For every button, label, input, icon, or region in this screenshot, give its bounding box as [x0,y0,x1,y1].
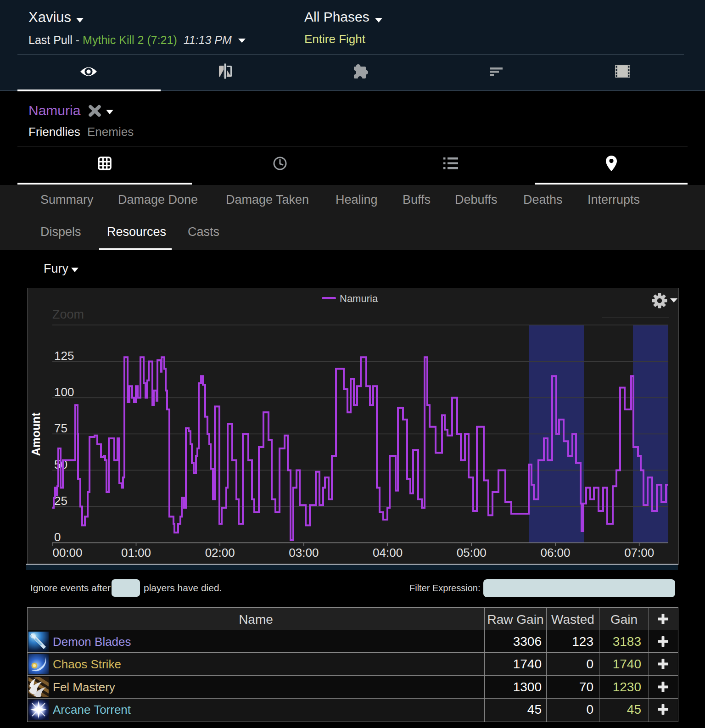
svg-text:Namuria: Namuria [340,293,378,304]
svg-text:03:00: 03:00 [289,546,319,560]
svg-text:100: 100 [54,385,74,399]
svg-text:125: 125 [54,349,74,363]
svg-text:01:00: 01:00 [121,546,151,560]
svg-text:05:00: 05:00 [457,546,487,560]
svg-text:04:00: 04:00 [373,546,403,560]
svg-text:06:00: 06:00 [540,546,570,560]
svg-text:00:00: 00:00 [52,546,82,560]
svg-text:0: 0 [54,530,61,544]
svg-text:Amount: Amount [29,412,42,456]
svg-text:Zoom: Zoom [52,308,84,321]
svg-text:25: 25 [54,494,67,508]
svg-text:02:00: 02:00 [205,546,235,560]
svg-text:75: 75 [54,421,67,435]
svg-text:07:00: 07:00 [624,546,654,560]
